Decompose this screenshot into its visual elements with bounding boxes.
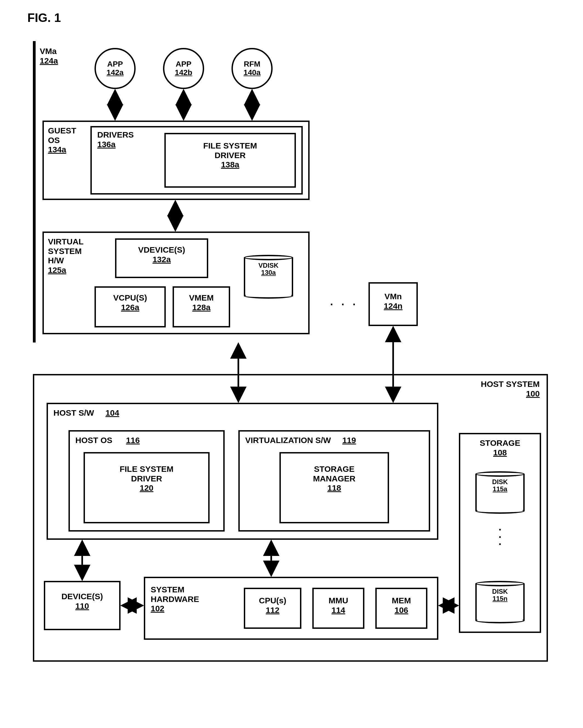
ellipsis-horizontal: . . .	[330, 296, 359, 308]
host-sw-label: HOST S/W 104	[53, 408, 119, 418]
sys-hw-label: SYSTEMHARDWARE102	[151, 585, 233, 614]
drivers-label: DRIVERS136a	[97, 130, 134, 149]
storage-label: STORAGE108	[459, 438, 541, 457]
storage-mgr-label: STORAGEMANAGER118	[280, 464, 389, 493]
vcpus-label: VCPU(S)126a	[95, 293, 166, 312]
cpus-label: CPU(s)112	[244, 596, 301, 615]
virt-sw-label: VIRTUALIZATION S/W 119	[245, 436, 423, 445]
app2-circle: APP142b	[163, 48, 204, 89]
vsh-label: VIRTUALSYSTEMH/W125a	[48, 237, 97, 275]
fs-driver-guest-label: FILE SYSTEMDRIVER138a	[164, 141, 296, 170]
fs-driver-host-label: FILE SYSTEMDRIVER120	[84, 464, 210, 493]
app1-circle: APP142a	[95, 48, 136, 89]
host-os-label: HOST OS 116	[75, 436, 218, 445]
diskn-icon: DISK115n	[475, 581, 525, 623]
mmu-label: MMU114	[312, 596, 364, 615]
mem-label: MEM106	[375, 596, 427, 615]
vdevices-label: VDEVICE(S)132a	[115, 245, 208, 264]
guest-os-label: GUESTOS134a	[48, 126, 86, 155]
vma-label: VMa124a	[40, 47, 58, 66]
devices-label: DEVICE(S)110	[44, 592, 121, 611]
diagram-canvas: VMa124a APP142a APP142b RFM140a GUESTOS1…	[33, 41, 553, 685]
host-system-label: HOST SYSTEM100	[444, 380, 540, 398]
ellipsis-vertical: ...	[495, 523, 505, 545]
vma-box	[33, 41, 36, 342]
disk1-icon: DISK115a	[475, 471, 525, 514]
figure-title: FIG. 1	[27, 11, 572, 25]
vmem-label: VMEM128a	[173, 293, 230, 312]
vdisk-icon: VDISK130a	[244, 255, 293, 298]
vmn-label: VMn124n	[369, 292, 418, 311]
rfm-circle: RFM140a	[232, 48, 273, 89]
